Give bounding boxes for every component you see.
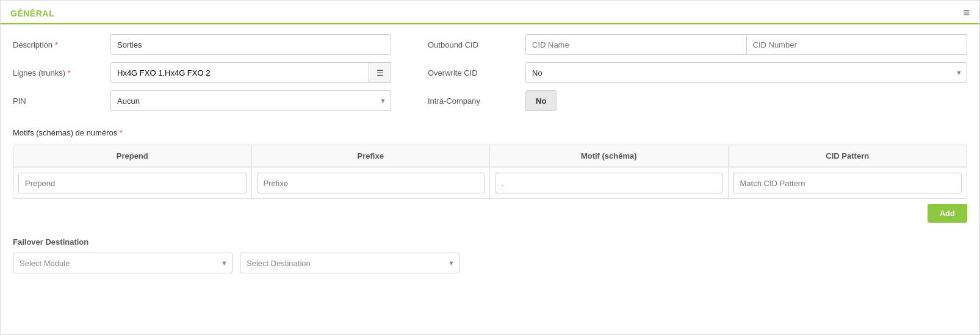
motif-input[interactable] (495, 173, 723, 193)
overwrite-select[interactable]: No Yes (525, 62, 967, 83)
prepend-cell (13, 168, 252, 198)
lignes-row: Lignes (trunks) * ☰ (13, 62, 391, 83)
patterns-section-title: Motifs (schémas) de numéros * (13, 128, 967, 137)
col-prepend: Prepend (13, 145, 252, 167)
patterns-header: Prepend Prefixe Motif (schéma) CID Patte… (13, 145, 967, 167)
overwrite-cid-label: Overwrite CID (428, 68, 525, 77)
intra-company-toggle[interactable]: No (525, 90, 557, 111)
menu-icon[interactable]: ≡ (963, 7, 970, 20)
pin-row: PIN Aucun ▼ (13, 90, 391, 111)
intra-company-row: Intra-Company No (428, 90, 967, 111)
pin-select-wrapper: Aucun ▼ (110, 90, 391, 111)
col-prefixe: Prefixe (252, 145, 491, 167)
select-module[interactable]: Select Module (13, 253, 232, 273)
outbound-cid-row: Outbound CID (428, 34, 967, 55)
header-bar: GÉNÉRAL ≡ (1, 1, 979, 24)
description-label: Description * (13, 40, 110, 49)
select-destination[interactable]: Select Destination (240, 253, 459, 273)
overwrite-select-wrapper: No Yes ▼ (525, 62, 967, 83)
pin-label: PIN (13, 96, 110, 106)
failover-selects: Select Module ▼ Select Destination ▼ (13, 253, 967, 273)
outbound-cid-label: Outbound CID (428, 40, 525, 49)
motif-cell (490, 168, 729, 198)
form-area: Description * Lignes (trunks) * ☰ (1, 24, 979, 283)
lignes-input[interactable] (110, 62, 369, 83)
pin-select[interactable]: Aucun (110, 90, 391, 111)
cid-name-input[interactable] (525, 34, 747, 55)
select-destination-wrapper: Select Destination ▼ (240, 253, 459, 273)
lignes-input-group: ☰ (110, 62, 391, 83)
intra-company-label: Intra-Company (428, 96, 525, 106)
lignes-label: Lignes (trunks) * (13, 68, 110, 77)
prefixe-input[interactable] (257, 173, 485, 193)
add-button[interactable]: Add (928, 204, 967, 223)
add-btn-row: Add (13, 204, 967, 223)
failover-title: Failover Destination (13, 237, 967, 247)
patterns-data-row (13, 167, 967, 198)
description-input[interactable] (110, 34, 391, 55)
page-wrapper: GÉNÉRAL ≡ Description * Lignes (trunks) (0, 0, 980, 335)
description-row: Description * (13, 34, 391, 55)
cid-pattern-cell (729, 168, 967, 198)
right-fields: Outbound CID Overwrite CID No (428, 34, 967, 118)
top-fields: Description * Lignes (trunks) * ☰ (13, 34, 967, 118)
lignes-list-icon[interactable]: ☰ (369, 62, 391, 83)
failover-section: Failover Destination Select Module ▼ Sel… (13, 237, 967, 273)
cid-number-input[interactable] (747, 34, 968, 55)
col-cid-pattern: CID Pattern (729, 145, 967, 167)
prepend-input[interactable] (18, 173, 247, 193)
overwrite-cid-row: Overwrite CID No Yes ▼ (428, 62, 967, 83)
cid-inputs (525, 34, 967, 55)
left-fields: Description * Lignes (trunks) * ☰ (13, 34, 391, 118)
prefixe-cell (252, 168, 491, 198)
cid-pattern-input[interactable] (733, 173, 962, 193)
tab-label: GÉNÉRAL (10, 9, 54, 18)
select-module-wrapper: Select Module ▼ (13, 253, 232, 273)
patterns-table: Prepend Prefixe Motif (schéma) CID Patte… (13, 145, 967, 199)
col-motif: Motif (schéma) (490, 145, 729, 167)
